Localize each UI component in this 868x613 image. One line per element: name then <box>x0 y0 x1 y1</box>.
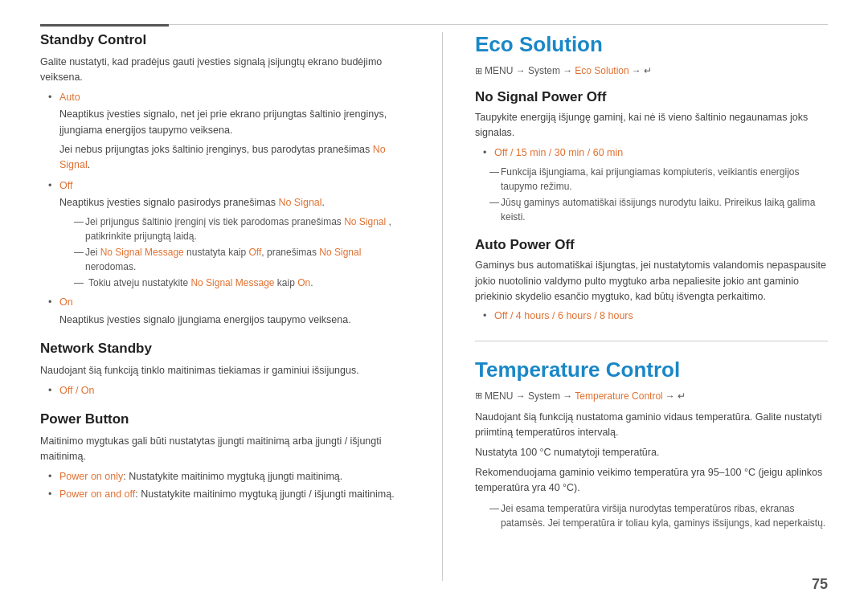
no-signal-note1: Funkcija išjungiama, kai prijungiamas ko… <box>489 165 828 194</box>
temp-title: Temperature Control <box>475 358 828 382</box>
temp-desc3: Rekomenduojama gaminio veikimo temperatū… <box>475 465 828 497</box>
power-on-only-item: Power on only: Nustatykite maitinimo myg… <box>48 469 410 484</box>
auto-label: Auto <box>59 92 80 103</box>
no-signal-options-list: Off / 15 min / 30 min / 60 min <box>483 145 828 161</box>
no-signal-note2: Jūsų gaminys automatiškai išsijungs nuro… <box>489 195 828 224</box>
temperature-control-section: Temperature Control ⊞ MENU → System → Te… <box>475 341 828 530</box>
power-on-only-label: Power on only <box>59 471 123 482</box>
temp-note-block: Jei esama temperatūra viršija nurodytas … <box>489 501 828 530</box>
auto-power-off-desc: Gaminys bus automatiškai išjungtas, jei … <box>475 258 828 304</box>
network-option-item: Off / On <box>48 383 410 398</box>
network-option: Off / On <box>59 385 95 396</box>
auto-power-off-section: Auto Power Off Gaminys bus automatiškai … <box>475 237 828 325</box>
indent-line-1: Jei prijungus šaltinio įrenginį vis tiek… <box>74 215 410 243</box>
temp-note: Jei esama temperatūra viršija nurodytas … <box>489 501 828 530</box>
on-item: On Neaptikus įvesties signalo įjungiama … <box>48 295 410 328</box>
auto-power-options-list: Off / 4 hours / 6 hours / 8 hours <box>483 309 828 324</box>
no-signal-power-desc: Taupykite energiją išjungę gaminį, kai n… <box>475 110 828 141</box>
indent-line-2: Jei No Signal Message nustatyta kaip Off… <box>74 245 410 274</box>
off-label: Off <box>59 180 72 191</box>
auto-power-options: Off / 4 hours / 6 hours / 8 hours <box>494 310 633 321</box>
temp-desc2: Nustatyta 100 °C numatytoji temperatūra. <box>475 445 828 460</box>
temp-menu-icon: ⊞ <box>475 390 482 401</box>
network-title: Network Standby <box>40 341 410 357</box>
eco-title: Eco Solution <box>475 32 828 57</box>
top-accent-bar <box>40 24 169 27</box>
no-signal-options: Off / 15 min / 30 min / 60 min <box>494 147 623 158</box>
temp-menu-text: MENU → System → <box>485 390 572 402</box>
power-button-desc: Maitinimo mygtukas gali būti nustatytas … <box>40 434 410 465</box>
eco-menu-path: ⊞ MENU → System → Eco Solution → ↵ <box>475 65 828 76</box>
right-column: Eco Solution ⊞ MENU → System → Eco Solut… <box>442 32 828 581</box>
off-desc: Neaptikus įvesties signalo pasirodys pra… <box>59 195 410 210</box>
auto-power-off-title: Auto Power Off <box>475 237 828 253</box>
on-label: On <box>59 296 73 308</box>
power-button-title: Power Button <box>40 411 410 427</box>
network-options-list: Off / On <box>48 383 410 398</box>
network-desc: Naudojant šią funkciją tinklo maitinimas… <box>40 363 410 378</box>
eco-solution-section: Eco Solution ⊞ MENU → System → Eco Solut… <box>475 32 828 325</box>
power-on-off-desc: : Nustatykite maitinimo mygtuką įjungti … <box>135 488 394 500</box>
standby-desc: Galite nustatyti, kad pradėjus gauti įve… <box>40 55 410 86</box>
no-signal-notes: Funkcija išjungiama, kai prijungiamas ko… <box>489 165 828 224</box>
no-signal-options-item: Off / 15 min / 30 min / 60 min <box>483 145 828 161</box>
standby-title: Standby Control <box>40 32 410 48</box>
page-number: 75 <box>812 576 828 593</box>
network-standby-section: Network Standby Naudojant šią funkciją t… <box>40 341 410 398</box>
off-item: Off Neaptikus įvesties signalo pasirodys… <box>48 178 410 291</box>
power-button-section: Power Button Maitinimo mygtukas gali būt… <box>40 411 410 503</box>
left-column: Standby Control Galite nustatyti, kad pr… <box>40 32 410 581</box>
power-on-off-label: Power on and off <box>59 488 135 500</box>
temp-menu-path: ⊞ MENU → System → Temperature Control → … <box>475 390 828 402</box>
auto-item: Auto Neaptikus įvesties signalo, net jei… <box>48 90 410 174</box>
menu-icon: ⊞ <box>475 66 482 76</box>
no-signal-power-section: No Signal Power Off Taupykite energiją i… <box>475 89 828 224</box>
temp-menu-highlight: Temperature Control <box>575 390 662 402</box>
indent-block-1: Jei prijungus šaltinio įrenginį vis tiek… <box>74 215 410 290</box>
power-on-only-desc: : Nustatykite maitinimo mygtuką įjungti … <box>123 471 342 482</box>
eco-menu-highlight: Eco Solution <box>575 65 628 76</box>
auto-desc: Neaptikus įvesties signalo, net jei prie… <box>59 107 410 138</box>
no-signal-warn: Jei nebus prijungtas joks šaltinio įreng… <box>59 142 410 174</box>
no-signal-power-title: No Signal Power Off <box>475 89 828 105</box>
menu-text: MENU → System → <box>485 65 572 76</box>
auto-power-options-item: Off / 4 hours / 6 hours / 8 hours <box>483 309 828 324</box>
indent-line-3: Tokiu atveju nustatykite No Signal Messa… <box>74 276 410 290</box>
on-desc: Neaptikus įvesties signalo įjungiama ene… <box>59 313 410 328</box>
temp-desc1: Naudojant šią funkciją nustatoma gaminio… <box>475 410 828 441</box>
power-button-options: Power on only: Nustatykite maitinimo myg… <box>48 469 410 503</box>
power-on-off-item: Power on and off: Nustatykite maitinimo … <box>48 487 410 502</box>
standby-options-list: Auto Neaptikus įvesties signalo, net jei… <box>48 90 410 328</box>
